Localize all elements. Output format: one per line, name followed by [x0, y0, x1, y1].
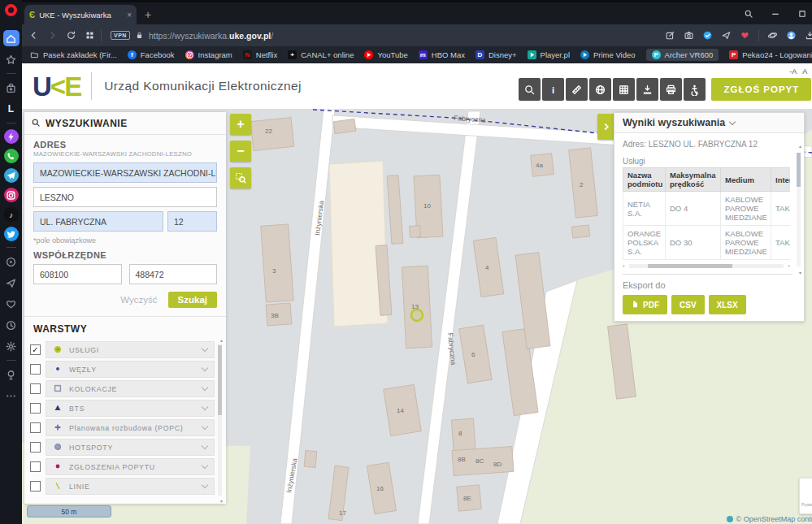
bookmark-item[interactable]: PArcher VR600	[646, 49, 719, 61]
chevron-down-icon[interactable]	[202, 404, 208, 410]
profile-avatar-icon[interactable]	[786, 30, 797, 41]
attribution-text[interactable]: © OpenStreetMap contributors.	[736, 515, 812, 523]
chevron-down-icon[interactable]	[202, 482, 208, 488]
results-vscrollbar[interactable]	[797, 153, 801, 266]
download-tool[interactable]	[636, 78, 658, 101]
player-icon[interactable]	[3, 253, 20, 270]
layer-item[interactable]: Planowana rozbudowa (POPC)	[46, 419, 215, 436]
results-collapse-button[interactable]	[597, 114, 615, 140]
back-icon[interactable]	[28, 30, 39, 41]
speed-dial-icon[interactable]	[85, 30, 95, 41]
layer-item[interactable]: LINIE	[46, 478, 215, 495]
chevron-down-icon[interactable]	[202, 443, 208, 449]
bookmark-item[interactable]: Pasek zakładek (Fir...	[30, 50, 117, 59]
city-field[interactable]: LESZNO	[33, 187, 217, 207]
bookmark-item[interactable]: YouTube	[364, 50, 407, 59]
coord-y-field[interactable]: 488472	[129, 264, 218, 284]
layer-checkbox[interactable]	[30, 364, 41, 375]
number-field[interactable]: 12	[167, 211, 217, 232]
chevron-down-icon[interactable]	[202, 345, 208, 352]
bookmark-item[interactable]: mHBO Max	[419, 50, 465, 59]
bookmark-item[interactable]: Prime Video	[580, 50, 636, 59]
scroll-down-icon[interactable]: ▾	[799, 270, 801, 275]
font-normal-button[interactable]: A	[802, 67, 807, 76]
layer-item[interactable]: ZGŁOSZENIA POPYTU	[46, 458, 215, 475]
print-tool[interactable]	[660, 78, 682, 101]
layer-checkbox[interactable]	[30, 383, 41, 394]
home-icon[interactable]	[3, 30, 20, 46]
new-tab-button[interactable]: +	[145, 8, 151, 21]
scroll-left-icon[interactable]: ‹	[623, 262, 625, 271]
scroll-up-icon[interactable]: ▴	[220, 337, 223, 343]
region-field[interactable]: MAZOWIECKIE-WARSZAWSKI ZACHODNI-LESZNO	[33, 162, 217, 183]
favorite-heart-icon[interactable]	[740, 30, 750, 41]
layer-item[interactable]: BTS	[46, 400, 215, 417]
accessibility-tool[interactable]	[684, 78, 706, 101]
minimize-icon[interactable]	[771, 7, 780, 22]
layer-checkbox[interactable]	[30, 481, 41, 492]
clear-button[interactable]: Wyczyść	[120, 295, 157, 305]
bookmark-item[interactable]: NNetflix	[243, 50, 277, 59]
badge-check-icon[interactable]	[702, 30, 713, 41]
bookmark-item[interactable]: Player.pl	[528, 50, 570, 59]
bookmark-item[interactable]: fFacebook	[128, 50, 175, 59]
bookmark-item[interactable]: Instagram	[185, 50, 232, 59]
more-dots-icon[interactable]	[3, 388, 20, 404]
layer-item[interactable]: HOTSPOTY	[46, 439, 215, 456]
recaptcha-badge[interactable]: ↻ Prywatność - Warunki	[799, 478, 812, 514]
scroll-up-icon[interactable]: ▴	[799, 143, 801, 149]
search-button[interactable]: Szukaj	[168, 292, 217, 308]
tab-close-icon[interactable]: ×	[127, 11, 132, 19]
layer-checkbox[interactable]	[30, 422, 41, 433]
opera-logo-icon[interactable]	[5, 4, 17, 16]
bookmark-item[interactable]: DDisney+	[475, 50, 517, 59]
app-l-icon[interactable]: L	[3, 101, 20, 117]
page-edit-icon[interactable]	[665, 30, 675, 41]
table-hscrollbar[interactable]: ‹ ›	[623, 262, 790, 271]
layers-scrollbar[interactable]	[218, 344, 222, 496]
vpn-badge[interactable]: VPN	[111, 31, 130, 40]
layer-item[interactable]: KOLOKACJE	[46, 380, 215, 397]
maximize-icon[interactable]	[797, 7, 807, 22]
downloads-icon[interactable]	[805, 30, 812, 41]
font-smaller-button[interactable]: -A	[789, 67, 797, 76]
messenger-icon[interactable]	[4, 129, 19, 144]
measure-tool[interactable]	[566, 78, 588, 101]
layer-item[interactable]: WĘZŁY	[46, 361, 215, 378]
map-search-tool[interactable]	[519, 78, 541, 101]
browser-tab[interactable]: Є UKE - Wyszukiwarka ×	[24, 5, 137, 24]
address-bar[interactable]: VPN org/2000/svg"> https://wyszukiwarka.…	[107, 28, 659, 43]
twitter-icon[interactable]	[4, 227, 19, 241]
street-field[interactable]: UL. FABRYCZNA	[33, 211, 163, 232]
favorites-heart-icon[interactable]	[3, 296, 20, 312]
telegram-icon[interactable]	[4, 168, 19, 183]
language-tool[interactable]	[589, 78, 611, 101]
zoom-out-button[interactable]: −	[230, 141, 251, 162]
snapshot-icon[interactable]	[684, 30, 694, 41]
info-tool[interactable]: i	[542, 78, 564, 101]
scroll-right-icon[interactable]: ›	[788, 262, 790, 271]
export-xlsx-button[interactable]: XLSX	[709, 295, 746, 314]
table-row[interactable]: ORANGE POLSKA S.A.DO 30KABLOWE PAROWE MI…	[623, 226, 791, 260]
layer-checkbox[interactable]	[30, 461, 41, 472]
chevron-down-icon[interactable]	[202, 384, 208, 391]
forward-icon[interactable]	[47, 30, 58, 41]
export-pdf-button[interactable]: PDF	[623, 295, 667, 314]
whatsapp-icon[interactable]	[4, 149, 19, 163]
scroll-down-icon[interactable]: ▾	[220, 498, 223, 504]
report-demand-button[interactable]: ZGŁOŚ POPYT	[711, 78, 811, 101]
table-row[interactable]: NETIA S.A.DO 4KABLOWE PAROWE MIEDZIANETA…	[623, 192, 791, 226]
shopping-icon[interactable]	[3, 80, 20, 96]
history-icon[interactable]	[3, 317, 20, 333]
layer-checkbox[interactable]	[30, 442, 41, 453]
results-header[interactable]: Wyniki wyszukiwania	[614, 113, 804, 133]
chevron-down-icon[interactable]	[202, 365, 208, 371]
layer-item[interactable]: USŁUGI	[46, 341, 215, 358]
pinboard-icon[interactable]	[3, 366, 20, 383]
reload-icon[interactable]	[66, 30, 76, 41]
chevron-down-icon[interactable]	[202, 423, 208, 430]
coord-x-field[interactable]: 608100	[33, 264, 122, 284]
zoom-selection-button[interactable]	[230, 167, 251, 188]
chevron-down-icon[interactable]	[202, 462, 208, 469]
bookmarks-star-icon[interactable]	[3, 51, 20, 67]
